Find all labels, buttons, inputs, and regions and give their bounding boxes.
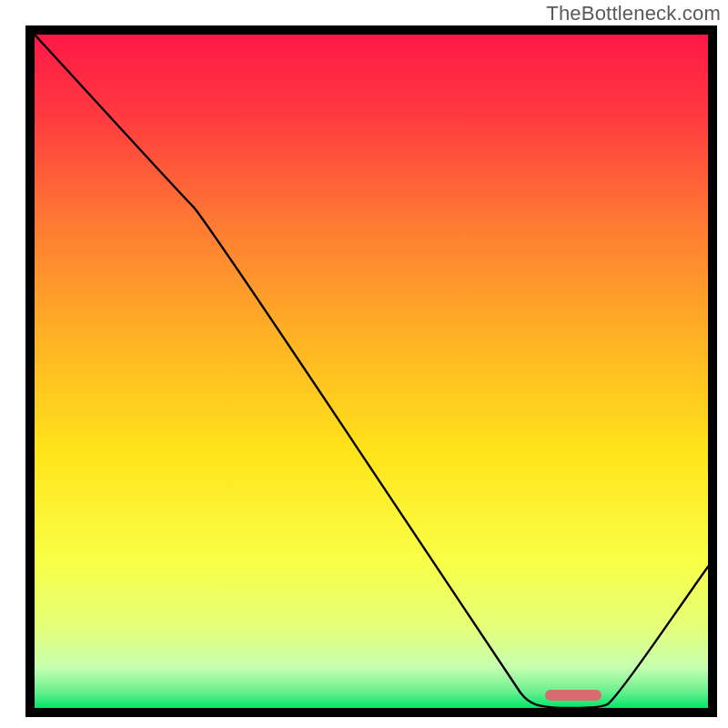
plot-svg: [35, 35, 708, 708]
watermark-text: TheBottleneck.com: [546, 2, 721, 25]
plot-area: [35, 35, 708, 708]
background-rect: [35, 35, 708, 708]
chart-canvas: TheBottleneck.com: [0, 0, 728, 728]
marker-bar: [545, 690, 602, 701]
plot-frame: [25, 25, 717, 717]
